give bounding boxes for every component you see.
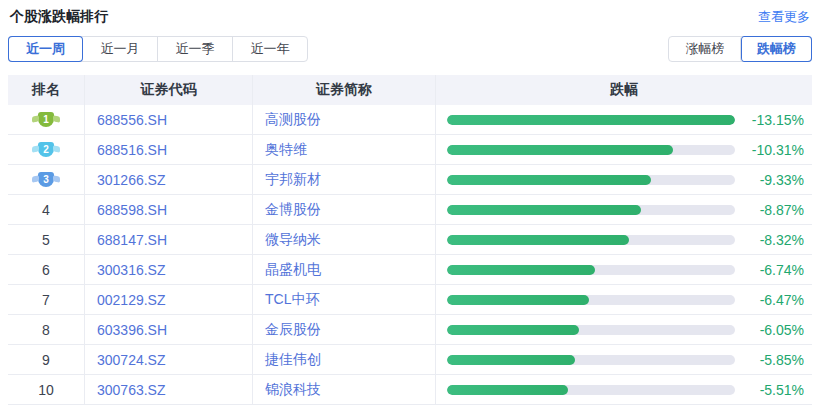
table-body: 1 688556.SH 高测股份 -13.15% 2 688516.SH 奥特维 <box>8 105 812 405</box>
decline-bar-fill <box>447 175 651 185</box>
tab-recent-quarter[interactable]: 近一季 <box>157 37 232 61</box>
table-row: 8 603396.SH 金辰股份 -6.05% <box>8 315 812 345</box>
stock-code-link[interactable]: 688556.SH <box>97 112 167 128</box>
decline-bar-track <box>447 175 735 185</box>
decline-bar-track <box>447 295 735 305</box>
table-header-row: 排名 证券代码 证券简称 跌幅 <box>8 75 812 105</box>
decline-bar-fill <box>447 295 589 305</box>
stock-name-link[interactable]: 奥特维 <box>265 141 307 159</box>
ranking-table: 排名 证券代码 证券简称 跌幅 1 688556.SH 高测股份 -13.15%… <box>8 75 812 405</box>
stock-code-link[interactable]: 688147.SH <box>97 232 167 248</box>
toggle-gainers-board[interactable]: 涨幅榜 <box>669 37 741 61</box>
decline-cell: -8.87% <box>436 195 812 224</box>
decline-percent: -13.15% <box>735 112 804 128</box>
stock-name-link[interactable]: 锦浪科技 <box>265 381 321 399</box>
rank-cell: 2 <box>8 135 85 164</box>
stock-code-link[interactable]: 300316.SZ <box>97 262 166 278</box>
stock-code-link[interactable]: 300763.SZ <box>97 382 166 398</box>
code-cell: 002129.SZ <box>85 285 253 314</box>
decline-percent: -10.31% <box>735 142 804 158</box>
stock-name-link[interactable]: 捷佳伟创 <box>265 351 321 369</box>
stock-name-link[interactable]: 宇邦新材 <box>265 171 321 189</box>
code-cell: 688516.SH <box>85 135 253 164</box>
decline-bar-track <box>447 115 735 125</box>
stock-code-link[interactable]: 688598.SH <box>97 202 167 218</box>
rank-medal-icon: 1 <box>38 112 54 127</box>
table-row: 7 002129.SZ TCL中环 -6.47% <box>8 285 812 315</box>
rank-number: 4 <box>42 202 50 218</box>
rank-number: 5 <box>42 232 50 248</box>
table-row: 6 300316.SZ 晶盛机电 -6.74% <box>8 255 812 285</box>
name-cell: 捷佳伟创 <box>253 345 436 374</box>
rank-medal-icon: 3 <box>38 172 54 187</box>
toggle-losers-board[interactable]: 跌幅榜 <box>740 36 812 62</box>
stock-name-link[interactable]: 晶盛机电 <box>265 261 321 279</box>
name-cell: 锦浪科技 <box>253 375 436 404</box>
rank-cell: 1 <box>8 105 85 134</box>
stock-code-link[interactable]: 002129.SZ <box>97 292 166 308</box>
name-cell: 晶盛机电 <box>253 255 436 284</box>
decline-bar-track <box>447 235 735 245</box>
code-cell: 603396.SH <box>85 315 253 344</box>
decline-bar-fill <box>447 235 629 245</box>
decline-percent: -9.33% <box>735 172 804 188</box>
code-cell: 300763.SZ <box>85 375 253 404</box>
decline-bar-fill <box>447 205 641 215</box>
stock-code-link[interactable]: 603396.SH <box>97 322 167 338</box>
decline-bar-fill <box>447 385 568 395</box>
decline-cell: -6.05% <box>436 315 812 344</box>
table-row: 1 688556.SH 高测股份 -13.15% <box>8 105 812 135</box>
stock-name-link[interactable]: 微导纳米 <box>265 231 321 249</box>
decline-percent: -6.05% <box>735 322 804 338</box>
stock-name-link[interactable]: TCL中环 <box>265 291 319 309</box>
stock-code-link[interactable]: 688516.SH <box>97 142 167 158</box>
column-header-code: 证券代码 <box>85 75 253 105</box>
stock-name-link[interactable]: 金辰股份 <box>265 321 321 339</box>
stock-name-link[interactable]: 高测股份 <box>265 111 321 129</box>
decline-cell: -5.85% <box>436 345 812 374</box>
period-tab-group: 近一周 近一月 近一季 近一年 <box>8 36 308 62</box>
table-row: 2 688516.SH 奥特维 -10.31% <box>8 135 812 165</box>
filter-bar: 近一周 近一月 近一季 近一年 涨幅榜 跌幅榜 <box>8 36 812 62</box>
code-cell: 688147.SH <box>85 225 253 254</box>
code-cell: 300316.SZ <box>85 255 253 284</box>
rank-cell: 9 <box>8 345 85 374</box>
table-row: 10 300763.SZ 锦浪科技 -5.51% <box>8 375 812 405</box>
column-header-rank: 排名 <box>8 75 85 105</box>
table-row: 4 688598.SH 金博股份 -8.87% <box>8 195 812 225</box>
decline-bar-fill <box>447 145 673 155</box>
decline-cell: -6.47% <box>436 285 812 314</box>
widget-title: 个股涨跌幅排行 <box>10 8 108 26</box>
decline-percent: -8.32% <box>735 232 804 248</box>
stock-name-link[interactable]: 金博股份 <box>265 201 321 219</box>
decline-bar-track <box>447 325 735 335</box>
stock-code-link[interactable]: 300724.SZ <box>97 352 166 368</box>
decline-bar-track <box>447 205 735 215</box>
name-cell: 奥特维 <box>253 135 436 164</box>
name-cell: 高测股份 <box>253 105 436 134</box>
decline-cell: -9.33% <box>436 165 812 194</box>
rank-cell: 4 <box>8 195 85 224</box>
tab-recent-week[interactable]: 近一周 <box>8 36 83 62</box>
table-row: 5 688147.SH 微导纳米 -8.32% <box>8 225 812 255</box>
code-cell: 688556.SH <box>85 105 253 134</box>
rank-medal-icon: 2 <box>38 142 54 157</box>
view-more-link[interactable]: 查看更多 <box>758 8 810 26</box>
column-header-decline: 跌幅 <box>436 75 812 105</box>
decline-cell: -13.15% <box>436 105 812 134</box>
decline-percent: -6.74% <box>735 262 804 278</box>
name-cell: TCL中环 <box>253 285 436 314</box>
code-cell: 688598.SH <box>85 195 253 224</box>
stock-code-link[interactable]: 301266.SZ <box>97 172 166 188</box>
tab-recent-year[interactable]: 近一年 <box>232 37 307 61</box>
rank-number: 10 <box>38 382 54 398</box>
decline-cell: -5.51% <box>436 375 812 404</box>
decline-percent: -8.87% <box>735 202 804 218</box>
decline-bar-fill <box>447 355 575 365</box>
decline-percent: -5.51% <box>735 382 804 398</box>
decline-cell: -8.32% <box>436 225 812 254</box>
name-cell: 金辰股份 <box>253 315 436 344</box>
tab-recent-month[interactable]: 近一月 <box>82 37 157 61</box>
decline-bar-track <box>447 355 735 365</box>
code-cell: 300724.SZ <box>85 345 253 374</box>
